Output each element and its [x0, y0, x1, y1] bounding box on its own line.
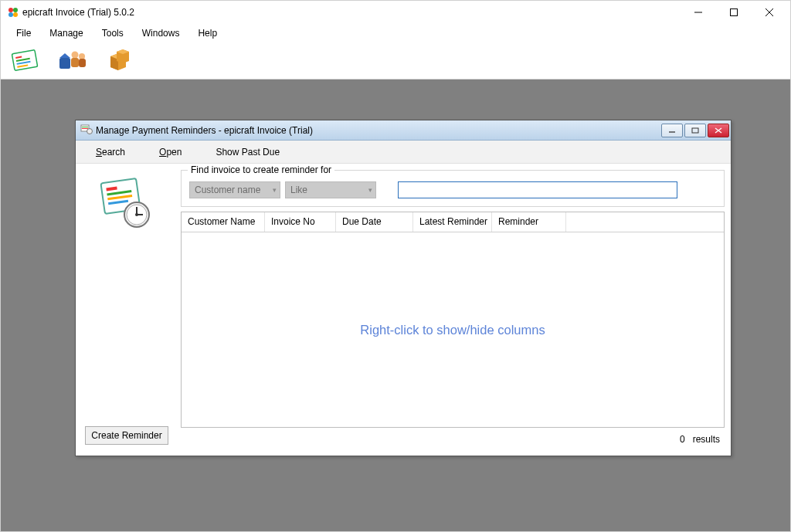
- chevron-down-icon: ▾: [273, 186, 277, 194]
- grid-header: Customer Name Invoice No Due Date Latest…: [182, 212, 724, 232]
- menu-tools[interactable]: Tools: [93, 25, 133, 41]
- svg-point-1: [13, 8, 18, 12]
- results-bar: 0 results: [181, 432, 725, 449]
- reminder-large-icon: [97, 175, 157, 237]
- results-label: results: [693, 434, 720, 445]
- menu-windows[interactable]: Windows: [133, 25, 189, 41]
- child-window-title: Manage Payment Reminders - epicraft Invo…: [93, 125, 661, 136]
- toolbar-invoice-button[interactable]: [8, 46, 42, 76]
- col-latest-reminder[interactable]: Latest Reminder: [413, 212, 492, 232]
- grid-body[interactable]: Right-click to show/hide columns: [182, 232, 724, 427]
- close-button[interactable]: [752, 1, 787, 24]
- minimize-button[interactable]: [681, 1, 716, 24]
- child-maximize-button[interactable]: [684, 124, 706, 137]
- child-minimize-button[interactable]: [661, 124, 683, 137]
- results-count: 0: [680, 434, 685, 445]
- child-menubar: Search Open Show Past Due: [76, 141, 731, 164]
- child-window-controls: [661, 124, 729, 137]
- child-close-button[interactable]: [708, 124, 729, 137]
- main-toolbar: [1, 42, 790, 80]
- col-reminder[interactable]: Reminder: [492, 212, 566, 232]
- window-controls: [681, 1, 787, 24]
- child-body: Create Reminder Find invoice to create r…: [76, 164, 731, 456]
- epicraft-logo-icon: [7, 6, 19, 19]
- child-titlebar: Manage Payment Reminders - epicraft Invo…: [76, 120, 731, 141]
- col-blank: [566, 212, 724, 232]
- svg-rect-5: [731, 9, 738, 16]
- find-invoice-groupbox: Find invoice to create reminder for Cust…: [181, 170, 725, 207]
- left-column: Create Reminder: [82, 170, 171, 449]
- app-window: epicraft Invoice (Trial) 5.0.2 File Mana…: [0, 0, 791, 532]
- toolbar-customers-button[interactable]: [55, 46, 89, 76]
- svg-point-3: [13, 12, 18, 17]
- right-column: Find invoice to create reminder for Cust…: [181, 170, 725, 449]
- svg-rect-20: [82, 128, 88, 129]
- svg-point-2: [8, 12, 13, 17]
- field-select[interactable]: Customer name ▾: [189, 181, 280, 198]
- svg-point-14: [72, 51, 79, 58]
- grid-hint: Right-click to show/hide columns: [360, 323, 545, 337]
- col-due-date[interactable]: Due Date: [336, 212, 413, 232]
- field-select-value: Customer name: [195, 185, 260, 195]
- col-customer-name[interactable]: Customer Name: [182, 212, 265, 232]
- operator-select[interactable]: Like ▾: [285, 181, 376, 198]
- chevron-down-icon: ▾: [368, 186, 372, 194]
- svg-rect-13: [59, 58, 70, 69]
- svg-point-21: [87, 129, 93, 134]
- child-menu-show-past-due[interactable]: Show Past Due: [199, 144, 297, 161]
- menu-manage[interactable]: Manage: [40, 25, 92, 41]
- app-title: epicraft Invoice (Trial) 5.0.2: [19, 7, 681, 18]
- svg-point-0: [8, 8, 13, 12]
- maximize-button[interactable]: [716, 1, 752, 24]
- results-grid[interactable]: Customer Name Invoice No Due Date Latest…: [181, 212, 725, 428]
- search-input[interactable]: [398, 181, 677, 198]
- main-titlebar: epicraft Invoice (Trial) 5.0.2: [1, 1, 790, 24]
- svg-rect-15: [71, 58, 79, 67]
- mdi-client-area: Manage Payment Reminders - epicraft Invo…: [1, 80, 790, 531]
- svg-rect-17: [79, 59, 86, 67]
- svg-point-16: [79, 53, 85, 59]
- col-invoice-no[interactable]: Invoice No: [265, 212, 336, 232]
- filter-row: Customer name ▾ Like ▾: [189, 181, 716, 198]
- menu-help[interactable]: Help: [188, 25, 226, 41]
- operator-select-value: Like: [290, 185, 307, 195]
- reminder-icon: [80, 124, 93, 137]
- main-menubar: File Manage Tools Windows Help: [1, 24, 790, 42]
- child-menu-open[interactable]: Open: [142, 144, 199, 161]
- toolbar-products-button[interactable]: [101, 46, 135, 76]
- groupbox-legend: Find invoice to create reminder for: [188, 164, 334, 175]
- svg-rect-19: [82, 127, 88, 127]
- payment-reminders-window: Manage Payment Reminders - epicraft Invo…: [75, 120, 732, 456]
- menu-file[interactable]: File: [7, 25, 40, 41]
- svg-rect-23: [692, 128, 698, 133]
- svg-point-35: [135, 213, 138, 216]
- child-menu-search[interactable]: Search: [79, 144, 142, 161]
- create-reminder-button[interactable]: Create Reminder: [85, 426, 168, 445]
